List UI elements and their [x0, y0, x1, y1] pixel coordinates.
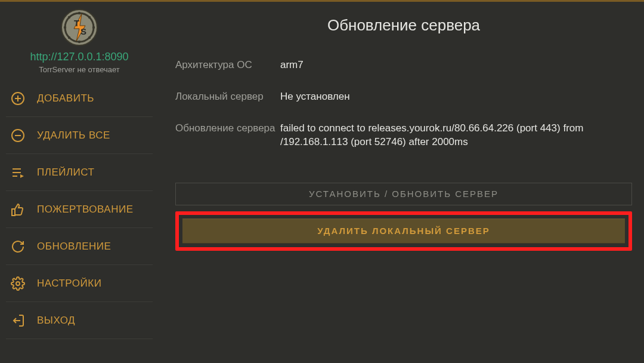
info-value: arm7 — [280, 59, 632, 72]
sidebar-item-label: ДОБАВИТЬ — [37, 93, 94, 104]
svg-point-3 — [78, 41, 80, 43]
info-label: Архитектура ОС — [175, 59, 280, 72]
torrserver-logo-icon: T S — [61, 9, 98, 46]
sidebar-item-label: УДАЛИТЬ ВСЕ — [37, 130, 110, 141]
sidebar-item-label: ПЛЕЙЛИСТ — [37, 167, 94, 179]
sidebar-item-update[interactable]: ОБНОВЛЕНИЕ — [0, 228, 159, 265]
install-update-server-button[interactable]: УСТАНОВИТЬ / ОБНОВИТЬ СЕРВЕР — [175, 183, 632, 205]
main-panel: Обновление сервера Архитектура ОС arm7 Л… — [159, 2, 644, 363]
gear-icon — [10, 275, 26, 292]
sidebar-item-add[interactable]: ДОБАВИТЬ — [0, 80, 159, 117]
info-label: Обновление сервера — [175, 122, 280, 149]
app-logo: T S — [0, 9, 159, 46]
svg-text:T: T — [74, 18, 79, 28]
playlist-icon — [10, 164, 26, 181]
minus-circle-icon — [10, 127, 26, 144]
plus-circle-icon — [10, 90, 26, 107]
sidebar: T S http://127.0.0.1:8090 TorrServer не … — [0, 2, 159, 363]
info-row-arch: Архитектура ОС arm7 — [175, 59, 632, 72]
highlighted-button-frame: УДАЛИТЬ ЛОКАЛЬНЫЙ СЕРВЕР — [175, 211, 632, 251]
info-row-local-server: Локальный сервер Не установлен — [175, 90, 632, 104]
server-status-text: TorrServer не отвечает — [0, 65, 159, 74]
refresh-icon — [10, 238, 26, 255]
svg-point-8 — [68, 36, 70, 39]
exit-icon — [10, 312, 26, 329]
app-root: T S http://127.0.0.1:8090 TorrServer не … — [0, 2, 644, 363]
sidebar-nav: ДОБАВИТЬ УДАЛИТЬ ВСЕ ПЛЕЙЛИСТ — [0, 80, 159, 339]
sidebar-item-label: ОБНОВЛЕНИЕ — [37, 241, 111, 253]
info-row-server-update: Обновление сервера failed to connect to … — [175, 122, 632, 149]
svg-point-22 — [16, 282, 20, 285]
svg-point-6 — [68, 16, 70, 19]
sidebar-item-donate[interactable]: ПОЖЕРТВОВАНИЕ — [0, 191, 159, 228]
sidebar-item-label: ПОЖЕРТВОВАНИЕ — [37, 204, 134, 216]
info-table: Архитектура ОС arm7 Локальный сервер Не … — [175, 59, 632, 149]
sidebar-item-label: ВЫХОД — [37, 315, 75, 327]
sidebar-item-delete-all[interactable]: УДАЛИТЬ ВСЕ — [0, 117, 159, 154]
info-value: failed to connect to releases.yourok.ru/… — [280, 122, 632, 149]
svg-point-4 — [64, 26, 66, 29]
svg-point-7 — [88, 16, 91, 19]
svg-point-5 — [92, 26, 95, 29]
svg-text:S: S — [80, 26, 86, 36]
info-label: Локальный сервер — [175, 90, 280, 104]
svg-point-9 — [88, 36, 91, 39]
delete-local-server-button[interactable]: УДАЛИТЬ ЛОКАЛЬНЫЙ СЕРВЕР — [182, 219, 625, 244]
info-value: Не установлен — [280, 90, 632, 104]
sidebar-item-exit[interactable]: ВЫХОД — [0, 302, 159, 339]
svg-marker-21 — [20, 174, 24, 178]
sidebar-item-playlist[interactable]: ПЛЕЙЛИСТ — [0, 154, 159, 191]
server-url-link[interactable]: http://127.0.0.1:8090 — [0, 51, 159, 63]
svg-point-2 — [78, 12, 80, 14]
sidebar-item-settings[interactable]: НАСТРОЙКИ — [0, 265, 159, 302]
page-title: Обновление сервера — [175, 16, 632, 35]
sidebar-item-label: НАСТРОЙКИ — [37, 278, 101, 290]
thumbs-up-icon — [10, 201, 26, 218]
